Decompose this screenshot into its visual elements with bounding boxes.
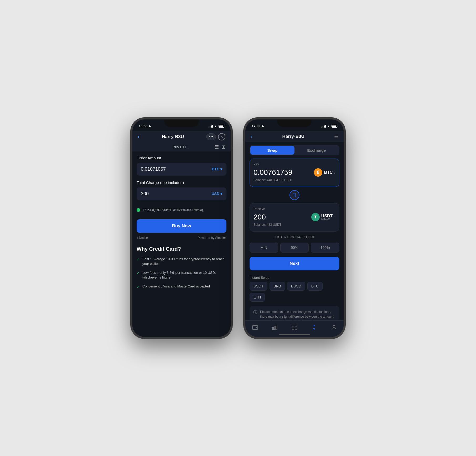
receive-card: Receive 200 ₮ USDT ERC20 › — [250, 203, 339, 232]
min-btn[interactable]: MIN — [250, 243, 278, 253]
total-charge-currency[interactable]: USD ▾ — [211, 192, 222, 196]
buy-now-button[interactable]: Buy Now — [137, 219, 226, 233]
coin-btc[interactable]: BTC — [307, 282, 323, 291]
back-button-1[interactable]: ‹ — [138, 133, 139, 140]
receive-amount: 200 — [253, 213, 266, 221]
notice-row: ℹ Notice — [137, 236, 148, 240]
svg-rect-1 — [272, 327, 273, 330]
order-amount-input[interactable]: 0.01071057 BTC ▾ — [137, 163, 226, 176]
pay-balance: Balance: 448.804739 USDT — [253, 178, 335, 182]
pay-label: Pay — [253, 163, 335, 166]
why-item-0: ✓ Fast：Average 10-30 mins for cryptocurr… — [137, 257, 226, 266]
disclaimer-text: Please note that due to exchange rate fl… — [260, 310, 336, 320]
pay-currency-btn[interactable]: ₿ BTC › — [314, 168, 335, 177]
why-item-1: ✓ Low fees：only 3.5% per transaction or … — [137, 270, 226, 280]
order-amount-currency[interactable]: BTC ▾ — [212, 167, 222, 171]
why-text-1: Low fees：only 3.5% per transaction or 10… — [142, 270, 226, 280]
status-right-2: ▲ — [322, 124, 337, 128]
receive-currency-btn[interactable]: ₮ USDT ERC20 › — [311, 213, 335, 221]
battery-1 — [219, 125, 224, 128]
svg-rect-6 — [292, 328, 294, 330]
wallet-address-text: 17Jz3RQ2tRRk6fY98xkJ6ZPdCmX1bfkd4q — [142, 208, 203, 212]
instant-swap-coins: USDT BNB BUSD BTC ETH — [245, 282, 344, 306]
notice-label: Notice — [139, 236, 148, 240]
tab-chart[interactable] — [268, 323, 281, 332]
location-icon-2: ▶ — [262, 124, 264, 128]
notch1 — [164, 119, 199, 127]
swap-direction-button[interactable]: ⇅ — [289, 190, 299, 200]
svg-rect-5 — [295, 325, 297, 327]
check-icon-2: ✓ — [137, 285, 140, 289]
swap-arrow-container: ⇅ — [245, 190, 344, 200]
phone1-screen: 16:06 ▶ ▲ ‹ — [132, 119, 231, 337]
usdt-icon: ₮ — [311, 213, 320, 221]
time-2: 17:33 — [252, 124, 260, 128]
why-section: Why Credit Card? ✓ Fast：Average 10-30 mi… — [137, 246, 226, 289]
pay-card: Pay 0.00761759 ₿ BTC › Balance: 448.8047… — [250, 159, 339, 187]
scan-icon-1[interactable]: ⊞ — [221, 144, 225, 150]
order-amount-value: 0.01071057 — [141, 166, 166, 172]
instant-swap-label: Instant Swap — [245, 275, 344, 282]
next-button[interactable]: Next — [250, 257, 339, 270]
phones-container: 16:06 ▶ ▲ ‹ — [130, 117, 346, 339]
svg-rect-4 — [292, 325, 294, 327]
order-currency-chevron: ▾ — [220, 167, 222, 171]
tab-swap[interactable]: Swap — [250, 146, 294, 155]
charge-currency-chevron: ▾ — [220, 192, 222, 196]
subtitle-text-1: Buy BTC — [146, 145, 215, 149]
total-charge-label: Total Charge (fee included) — [137, 180, 226, 185]
total-charge-value: 300 — [141, 191, 149, 197]
home-indicator-2 — [245, 333, 344, 337]
tab-wallet[interactable] — [249, 323, 261, 332]
close-button-1[interactable]: ✕ — [218, 133, 225, 140]
svg-rect-0 — [252, 326, 258, 329]
dots-button-1[interactable]: ••• — [206, 133, 216, 140]
signal-2 — [322, 125, 326, 128]
total-charge-input[interactable]: 300 USD ▾ — [137, 187, 226, 200]
tab-exchange[interactable]: Exchange — [294, 146, 339, 155]
status-right-1: ▲ — [209, 124, 224, 128]
wallet-address-row: 17Jz3RQ2tRRk6fY98xkJ6ZPdCmX1bfkd4q — [137, 205, 226, 215]
why-title: Why Credit Card? — [137, 246, 226, 252]
back-button-2[interactable]: ‹ — [251, 133, 252, 140]
nav-actions-1: ••• ✕ — [206, 133, 225, 140]
coin-busd[interactable]: BUSD — [287, 282, 305, 291]
subtitle-bar-1: Buy BTC ☰ ⊞ — [132, 143, 231, 151]
pct-50-btn[interactable]: 50% — [280, 243, 309, 253]
svg-rect-7 — [295, 328, 297, 330]
nav-header-1: ‹ Harry-B3U ••• ✕ — [132, 131, 231, 143]
why-item-2: ✓ Convenient：Visa and MasterCard accepte… — [137, 284, 226, 289]
doc-icon[interactable]: ☰ — [334, 134, 338, 139]
coin-usdt[interactable]: USDT — [250, 282, 267, 291]
powered-by: Powered by Simplex — [198, 236, 226, 240]
pay-amount-row: 0.00761759 ₿ BTC › — [253, 168, 335, 177]
receive-amount-row: 200 ₮ USDT ERC20 › — [253, 213, 335, 221]
svg-rect-2 — [274, 326, 275, 330]
coin-eth[interactable]: ETH — [250, 293, 265, 302]
pct-100-btn[interactable]: 100% — [311, 243, 339, 253]
bottom-tab-bar — [245, 320, 344, 333]
receive-currency-arrow: › — [334, 215, 335, 219]
nav-title-2: Harry-B3U — [282, 134, 304, 139]
footer-row: ℹ Notice Powered by Simplex — [137, 236, 226, 240]
status-left-1: 16:06 ▶ — [139, 124, 151, 128]
tab-apps[interactable] — [288, 323, 301, 332]
pct-row: MIN 50% 100% — [245, 242, 344, 256]
svg-point-8 — [333, 325, 335, 327]
why-text-2: Convenient：Visa and MasterCard accepted — [142, 284, 210, 289]
tab-profile[interactable] — [328, 323, 340, 332]
phone2: 17:33 ▶ ▲ ‹ — [243, 117, 346, 339]
swap-tabs: Swap Exchange — [250, 145, 339, 155]
tab-swap-active[interactable] — [308, 323, 320, 332]
screen-content-2: Pay 0.00761759 ₿ BTC › Balance: 448.8047… — [245, 159, 344, 320]
order-amount-label: Order Amount — [137, 156, 226, 160]
coin-bnb[interactable]: BNB — [270, 282, 285, 291]
receipt-icon-1[interactable]: ☰ — [215, 144, 219, 150]
btc-icon: ₿ — [314, 168, 322, 177]
why-text-0: Fast：Average 10-30 mins for cryptocurren… — [142, 257, 226, 266]
time-1: 16:06 — [139, 124, 147, 128]
check-icon-1: ✓ — [137, 271, 140, 275]
pay-amount: 0.00761759 — [253, 168, 292, 177]
phone2-screen: 17:33 ▶ ▲ ‹ — [245, 119, 344, 337]
phone1: 16:06 ▶ ▲ ‹ — [130, 117, 233, 339]
